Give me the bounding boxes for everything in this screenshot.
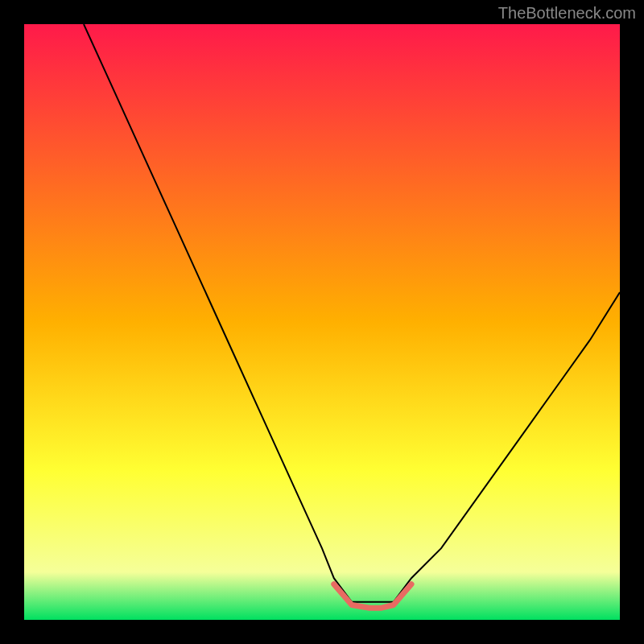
chart-frame (24, 24, 620, 620)
watermark-label: TheBottleneck.com (498, 4, 636, 23)
gradient-background (24, 24, 620, 620)
chart-plot (24, 24, 620, 620)
